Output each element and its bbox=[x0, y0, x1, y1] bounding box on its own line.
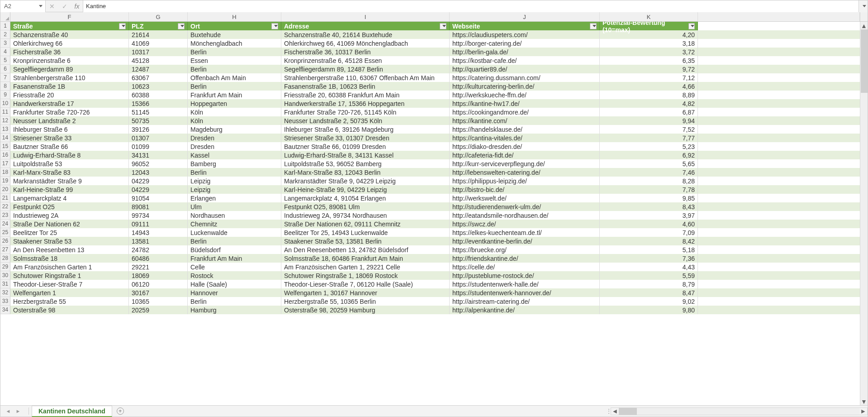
row-header[interactable]: 22 bbox=[0, 202, 10, 211]
cell-I[interactable]: Straße Der Nationen 62, 09111 Chemnitz bbox=[281, 220, 450, 228]
cell-J[interactable]: http://friendskantine.de/ bbox=[450, 254, 600, 263]
filter-button[interactable] bbox=[178, 23, 185, 29]
cell-G[interactable]: 30167 bbox=[129, 288, 188, 297]
select-all-corner[interactable] bbox=[0, 12, 10, 22]
column-header-K[interactable]: K bbox=[600, 12, 698, 21]
cell-K[interactable]: 4,60 bbox=[600, 220, 698, 228]
cell-K[interactable]: 5,18 bbox=[600, 245, 698, 254]
row-header[interactable]: 7 bbox=[0, 73, 10, 82]
cell-blank[interactable] bbox=[698, 220, 860, 228]
row-header[interactable]: 15 bbox=[0, 142, 10, 151]
horizontal-scrollbar[interactable]: ⋮ ◄ ► bbox=[607, 406, 868, 417]
cell-blank[interactable] bbox=[698, 185, 860, 194]
cell-I[interactable]: Bautzner Straße 66, 01099 Dresden bbox=[281, 142, 450, 151]
cell-F[interactable]: Langemarckplatz 4 bbox=[10, 194, 129, 202]
row-header[interactable]: 30 bbox=[0, 271, 10, 280]
cell-K[interactable]: 8,42 bbox=[600, 237, 698, 245]
cell-I[interactable]: Fasanenstraße 1B, 10623 Berlin bbox=[281, 82, 450, 91]
cell-H[interactable]: Köln bbox=[188, 116, 281, 125]
column-header-G[interactable]: G bbox=[129, 12, 188, 21]
cell-K[interactable]: 3,72 bbox=[600, 48, 698, 56]
cell-F[interactable]: Am Französischen Garten 1 bbox=[10, 263, 129, 271]
cell-H[interactable]: Hannover bbox=[188, 288, 281, 297]
cell-blank[interactable] bbox=[698, 73, 860, 82]
cell-G[interactable]: 39126 bbox=[129, 125, 188, 134]
cell-J[interactable]: http://borger-catering.de/ bbox=[450, 39, 600, 48]
add-sheet-button[interactable]: + bbox=[115, 406, 126, 417]
cell-K[interactable]: 7,09 bbox=[600, 228, 698, 237]
cell-K[interactable]: 3,97 bbox=[600, 211, 698, 220]
column-header-H[interactable]: H bbox=[188, 12, 281, 21]
cell-blank[interactable] bbox=[698, 159, 860, 168]
cell-F[interactable]: Karl-Heine-Straße 99 bbox=[10, 185, 129, 194]
cell-J[interactable]: http://kulturcatering-berlin.de/ bbox=[450, 82, 600, 91]
cell-F[interactable]: Straße Der Nationen 62 bbox=[10, 220, 129, 228]
cell-H[interactable]: Ulm bbox=[188, 202, 281, 211]
cell-I[interactable]: Ludwig-Erhard-Straße 8, 34131 Kassel bbox=[281, 151, 450, 159]
cell-G[interactable]: 45128 bbox=[129, 56, 188, 65]
cell-I[interactable]: Segelfliegerdamm 89, 12487 Berlin bbox=[281, 65, 450, 73]
cell-G[interactable]: 24782 bbox=[129, 245, 188, 254]
cell-G[interactable]: 10365 bbox=[129, 297, 188, 306]
cell-F[interactable]: Welfengarten 1 bbox=[10, 288, 129, 297]
cell-H[interactable]: Rostock bbox=[188, 271, 281, 280]
row-header[interactable]: 27 bbox=[0, 245, 10, 254]
cell-blank[interactable] bbox=[698, 202, 860, 211]
cell-F[interactable]: Frankfurter Straße 720-726 bbox=[10, 108, 129, 116]
cell-I[interactable]: Fischerstraße 36, 10317 Berlin bbox=[281, 48, 450, 56]
cell-G[interactable]: 04229 bbox=[129, 185, 188, 194]
row-header[interactable]: 21 bbox=[0, 194, 10, 202]
table-header-H[interactable]: Ort bbox=[188, 22, 281, 30]
cell-K[interactable]: 8,79 bbox=[600, 280, 698, 288]
cell-K[interactable]: 9,02 bbox=[600, 297, 698, 306]
row-header[interactable]: 24 bbox=[0, 220, 10, 228]
row-header[interactable]: 8 bbox=[0, 82, 10, 91]
row-header[interactable]: 26 bbox=[0, 237, 10, 245]
cell-F[interactable]: Festpunkt O25 bbox=[10, 202, 129, 211]
cell-K[interactable]: 9,94 bbox=[600, 116, 698, 125]
cell-blank[interactable] bbox=[698, 237, 860, 245]
cell-K[interactable]: 7,46 bbox=[600, 168, 698, 177]
cell-I[interactable]: Osterstraße 98, 20259 Hamburg bbox=[281, 306, 450, 314]
cell-K[interactable]: 6,87 bbox=[600, 108, 698, 116]
cell-J[interactable]: https://handelsklause.de/ bbox=[450, 125, 600, 134]
cell-blank[interactable] bbox=[698, 194, 860, 202]
row-header[interactable]: 20 bbox=[0, 185, 10, 194]
cell-H[interactable]: Büdelsdorf bbox=[188, 245, 281, 254]
cell-I[interactable]: Festpunkt O25, 89081 Ulm bbox=[281, 202, 450, 211]
cell-blank[interactable] bbox=[698, 271, 860, 280]
cell-I[interactable]: Karl-Heine-Straße 99, 04229 Leipzig bbox=[281, 185, 450, 194]
cell-H[interactable]: Bamberg bbox=[188, 159, 281, 168]
cell-K[interactable]: 6,92 bbox=[600, 151, 698, 159]
cell-F[interactable]: Schutower Ringstraße 1 bbox=[10, 271, 129, 280]
cell-K[interactable]: 5,23 bbox=[600, 142, 698, 151]
cell-K[interactable]: 7,36 bbox=[600, 254, 698, 263]
cell-K[interactable]: 9,85 bbox=[600, 194, 698, 202]
filter-button[interactable] bbox=[688, 23, 695, 29]
cell-I[interactable]: Langemarckplatz 4, 91054 Erlangen bbox=[281, 194, 450, 202]
cell-J[interactable]: https://elkes-kuechenteam.de.tl/ bbox=[450, 228, 600, 237]
cell-H[interactable]: Kassel bbox=[188, 151, 281, 159]
cell-G[interactable]: 10623 bbox=[129, 82, 188, 91]
row-header[interactable]: 31 bbox=[0, 280, 10, 288]
cell-I[interactable]: Welfengarten 1, 30167 Hannover bbox=[281, 288, 450, 297]
cell-I[interactable]: Karl-Marx-Straße 83, 12043 Berlin bbox=[281, 168, 450, 177]
cell-blank[interactable] bbox=[698, 99, 860, 108]
cell-J[interactable]: http://werkskueche-ffm.de/ bbox=[450, 91, 600, 99]
cell-G[interactable]: 41069 bbox=[129, 39, 188, 48]
cell-G[interactable]: 01307 bbox=[129, 134, 188, 142]
cell-I[interactable]: Theodor-Lieser-Straße 7, 06120 Halle (Sa… bbox=[281, 280, 450, 288]
cell-K[interactable]: 3,18 bbox=[600, 39, 698, 48]
cell-H[interactable]: Berlin bbox=[188, 168, 281, 177]
cell-I[interactable]: Frankfurter Straße 720-726, 51145 Köln bbox=[281, 108, 450, 116]
cell-J[interactable]: http://alpenkantine.de/ bbox=[450, 306, 600, 314]
cell-I[interactable]: Kronprinzenstraße 6, 45128 Essen bbox=[281, 56, 450, 65]
cell-J[interactable]: http://pusteblume-rostock.de/ bbox=[450, 271, 600, 280]
cell-F[interactable]: Striesener Straße 33 bbox=[10, 134, 129, 142]
cell-I[interactable]: Staakener Straße 53, 13581 Berlin bbox=[281, 237, 450, 245]
cell-G[interactable]: 60388 bbox=[129, 91, 188, 99]
cell-K[interactable]: 7,12 bbox=[600, 73, 698, 82]
row-header[interactable]: 28 bbox=[0, 254, 10, 263]
filter-button[interactable] bbox=[271, 23, 278, 29]
row-header[interactable]: 23 bbox=[0, 211, 10, 220]
